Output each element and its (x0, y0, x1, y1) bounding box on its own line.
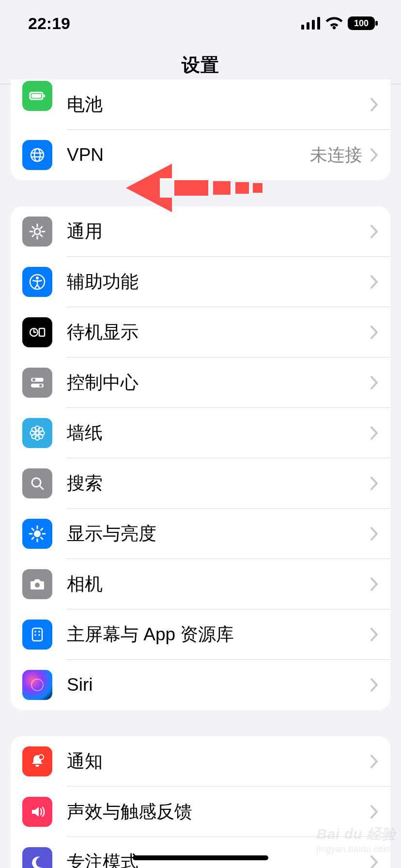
settings-group-1: 电池 VPN 未连接 (11, 79, 390, 180)
brightness-icon (22, 519, 52, 549)
svg-point-29 (32, 378, 35, 381)
row-label: 辅助功能 (67, 270, 370, 294)
status-right: 100 (301, 16, 378, 30)
home-indicator (133, 855, 268, 860)
chevron-right-icon (370, 577, 379, 591)
row-label: VPN (67, 145, 310, 165)
toggles-icon (22, 368, 52, 398)
cellular-icon (301, 17, 321, 30)
svg-point-10 (34, 149, 40, 161)
svg-line-48 (32, 528, 34, 530)
speaker-icon (22, 797, 52, 827)
svg-point-54 (34, 631, 36, 633)
search-icon (22, 468, 52, 498)
battery-settings-icon (22, 81, 52, 111)
svg-point-59 (39, 755, 44, 760)
row-label: 通知 (67, 749, 370, 774)
svg-point-32 (36, 432, 39, 435)
row-label: 控制中心 (67, 371, 370, 395)
svg-line-42 (40, 486, 43, 489)
svg-rect-53 (32, 628, 42, 641)
settings-group-2: 通用 辅助功能 待机显示 (11, 206, 390, 710)
row-general[interactable]: 通用 (11, 206, 390, 257)
nav-bar: 设置 (0, 46, 401, 84)
camera-icon (22, 569, 52, 599)
wifi-icon (325, 17, 343, 30)
apps-grid-icon (22, 620, 52, 650)
row-label: 通用 (67, 219, 370, 244)
svg-point-31 (39, 384, 42, 387)
row-label: 显示与亮度 (67, 522, 370, 546)
chevron-right-icon (370, 678, 379, 692)
svg-rect-0 (301, 25, 304, 30)
row-label: 主屏幕与 App 资源库 (67, 622, 370, 647)
chevron-right-icon (370, 754, 379, 769)
row-display[interactable]: 显示与亮度 (11, 509, 390, 559)
page-title: 设置 (182, 53, 219, 78)
svg-rect-2 (312, 20, 315, 30)
svg-point-57 (38, 634, 40, 636)
chevron-right-icon (370, 426, 379, 440)
chevron-right-icon (370, 148, 379, 162)
row-camera[interactable]: 相机 (11, 559, 390, 609)
row-label: 相机 (67, 572, 370, 596)
svg-line-21 (32, 235, 34, 237)
row-label: 声效与触感反馈 (67, 800, 370, 824)
moon-icon (22, 847, 52, 868)
watermark: Bai du 经验 jingyan.baidu.com (316, 824, 396, 854)
row-control-center[interactable]: 控制中心 (11, 357, 390, 408)
chevron-right-icon (370, 375, 379, 390)
chevron-right-icon (370, 855, 379, 868)
row-label: 墙纸 (67, 421, 370, 445)
chevron-right-icon (370, 527, 379, 541)
watermark-sub: jingyan.baidu.com (316, 844, 396, 854)
row-label: Siri (67, 675, 370, 695)
flower-icon (22, 418, 52, 448)
bell-icon (22, 746, 52, 776)
row-label: 搜索 (67, 471, 370, 496)
globe-icon (22, 140, 52, 170)
accessibility-icon (22, 267, 52, 297)
svg-line-50 (41, 528, 43, 530)
svg-line-51 (32, 538, 34, 540)
row-siri[interactable]: Siri (11, 660, 390, 710)
battery-text: 100 (354, 18, 369, 28)
standby-icon (22, 317, 52, 347)
svg-point-9 (31, 149, 44, 161)
row-search[interactable]: 搜索 (11, 458, 390, 509)
row-label: 电池 (67, 93, 370, 117)
chevron-right-icon (370, 627, 379, 642)
svg-point-13 (34, 229, 40, 234)
chevron-right-icon (370, 805, 379, 819)
row-detail: 未连接 (310, 143, 362, 167)
svg-point-23 (36, 277, 39, 279)
chevron-right-icon (370, 97, 379, 112)
svg-point-52 (35, 583, 40, 588)
gear-icon (22, 217, 52, 247)
svg-point-55 (38, 631, 40, 633)
row-standby[interactable]: 待机显示 (11, 307, 390, 357)
svg-line-18 (32, 227, 34, 229)
row-vpn[interactable]: VPN 未连接 (11, 130, 390, 180)
chevron-right-icon (370, 476, 379, 491)
svg-rect-1 (307, 22, 309, 30)
row-notifications[interactable]: 通知 (11, 736, 390, 787)
row-battery[interactable]: 电池 (11, 79, 390, 130)
row-wallpaper[interactable]: 墙纸 (11, 408, 390, 458)
svg-point-43 (34, 530, 41, 537)
svg-point-58 (31, 679, 43, 691)
svg-line-20 (41, 227, 43, 229)
chevron-right-icon (370, 224, 379, 239)
svg-rect-5 (375, 21, 378, 26)
battery-icon: 100 (348, 16, 378, 30)
siri-icon (22, 670, 52, 700)
watermark-main: Bai du 经验 (316, 824, 396, 844)
svg-point-56 (34, 634, 36, 636)
row-homescreen[interactable]: 主屏幕与 App 资源库 (11, 609, 390, 660)
row-accessibility[interactable]: 辅助功能 (11, 257, 390, 307)
svg-rect-8 (31, 94, 41, 98)
chevron-right-icon (370, 275, 379, 289)
svg-line-49 (41, 538, 43, 540)
svg-rect-27 (39, 328, 45, 336)
status-bar: 22:19 100 (0, 0, 401, 46)
